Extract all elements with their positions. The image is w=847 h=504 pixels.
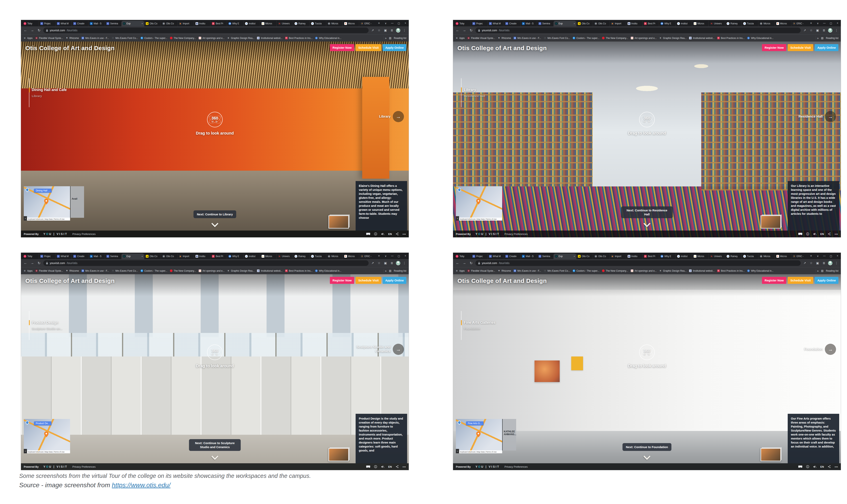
browser-tab[interactable]: ◈ Otis Co bbox=[144, 21, 161, 26]
minimap[interactable]: Fine Arts G... KATHLEE AHMANS... ‹ Keybo… bbox=[456, 419, 502, 453]
browser-tab[interactable]: ☀ ERIC - bbox=[359, 21, 375, 26]
map-footer-links[interactable]: Keyboard shortcuts | Map Data | Terms of… bbox=[459, 450, 502, 453]
reload-icon[interactable]: ↻ bbox=[469, 261, 474, 265]
maximize-button[interactable]: ▢ bbox=[395, 254, 402, 257]
share-icon[interactable]: ↗ bbox=[802, 29, 807, 32]
browser-tab[interactable]: ◈ Otis Co bbox=[576, 253, 593, 259]
share-nodes-icon[interactable] bbox=[828, 465, 831, 468]
bookmark-item[interactable]: The New Company... bbox=[170, 37, 196, 39]
schedule-visit-button[interactable]: Schedule Visit bbox=[788, 44, 813, 51]
browser-tab[interactable]: ⊕ Micros bbox=[758, 21, 775, 26]
back-icon[interactable]: ← bbox=[23, 28, 28, 32]
browser-tab[interactable]: o Mail - S bbox=[88, 21, 105, 26]
scene-thumbnail[interactable] bbox=[761, 448, 781, 461]
back-icon[interactable]: ← bbox=[455, 261, 460, 265]
bookmark-item[interactable]: C Coolors - The super... bbox=[141, 37, 167, 39]
browser-tab[interactable]: G Tuccia bbox=[742, 21, 758, 26]
browser-tab[interactable]: G institut bbox=[675, 21, 692, 26]
browser-tab[interactable]: t Toby bbox=[22, 253, 39, 259]
browser-tab[interactable]: ≡ Projec bbox=[39, 21, 55, 26]
reload-icon[interactable]: ↻ bbox=[37, 28, 41, 33]
browser-tab[interactable]: t Toby bbox=[454, 253, 471, 259]
browser-tab[interactable]: N Univers bbox=[708, 253, 725, 259]
browser-tab[interactable]: ○ Exp × bbox=[121, 21, 144, 26]
mute-icon[interactable] bbox=[381, 465, 384, 468]
browser-tab[interactable]: E Best Pr bbox=[642, 253, 659, 259]
browser-tab[interactable]: ≡ Semina bbox=[537, 253, 553, 259]
browser-tab[interactable]: ▲ Micros bbox=[692, 253, 709, 259]
bookmark-item[interactable]: ⊕ Graphic Design Rea... bbox=[227, 37, 254, 39]
browser-tab[interactable]: G Rainey bbox=[293, 21, 310, 26]
register-now-button[interactable]: Register Now bbox=[762, 277, 786, 284]
register-now-button[interactable]: Register Now bbox=[330, 44, 354, 51]
schedule-visit-button[interactable]: Schedule Visit bbox=[356, 277, 381, 284]
minimize-button[interactable]: — bbox=[821, 254, 828, 257]
address-bar[interactable]: youvisit.com /tour/otis bbox=[475, 28, 801, 33]
minimize-button[interactable]: — bbox=[821, 22, 828, 24]
extension-icon[interactable]: ≣ bbox=[390, 29, 394, 32]
browser-tab[interactable]: ▦ Institu bbox=[194, 21, 210, 26]
browser-tab[interactable]: o Mail - S bbox=[520, 253, 537, 259]
bookmark-item[interactable]: ⊕ Graphic Design Rea... bbox=[659, 269, 686, 272]
browser-tab[interactable]: N Univers bbox=[276, 21, 293, 26]
bookmark-item[interactable]: ◎ Flexible Visual Syste... bbox=[35, 269, 63, 272]
bookmark-item[interactable]: R Rhizome bbox=[498, 37, 511, 39]
next-tooltip[interactable]: Next: Continue to Residence Hall bbox=[621, 206, 673, 218]
bookmark-item[interactable]: ◎ Flexible Visual Syste... bbox=[467, 269, 495, 272]
extension-icon[interactable]: ▣ bbox=[815, 29, 820, 32]
next-tooltip[interactable]: Next: Continue to Sculpture Studio and C… bbox=[189, 439, 241, 451]
browser-tab[interactable]: o Mail - S bbox=[520, 21, 537, 26]
address-bar[interactable]: youvisit.com /tour/otis bbox=[475, 260, 801, 266]
tab-close-icon[interactable]: × bbox=[574, 255, 575, 257]
browser-tab[interactable]: E Best Pr bbox=[210, 21, 227, 26]
vr-goggles-icon[interactable] bbox=[366, 233, 370, 235]
browser-tab[interactable]: t Toby bbox=[454, 21, 471, 26]
mute-icon[interactable] bbox=[813, 465, 816, 468]
bookmark-item[interactable]: ⊕ Graphic Design Rea... bbox=[659, 37, 686, 39]
browser-tab[interactable]: ⊕ Otis Co bbox=[593, 21, 610, 26]
bookmark-item[interactable]: ▤ Mrs Eaves in use - F... bbox=[82, 37, 109, 39]
close-button[interactable]: × bbox=[402, 254, 409, 257]
browser-tab[interactable]: ≡ Semina bbox=[537, 21, 553, 26]
browser-tab[interactable]: G Tuccia bbox=[310, 21, 326, 26]
browser-tab[interactable]: ▦ Institu bbox=[626, 253, 642, 259]
bookmark-item[interactable]: ◎ Why Educational in... bbox=[747, 269, 774, 272]
browser-tab[interactable]: o Mail - S bbox=[88, 253, 105, 259]
info-icon[interactable] bbox=[806, 232, 809, 236]
bookmark-item[interactable]: ▦ Apps bbox=[456, 269, 465, 272]
profile-avatar[interactable] bbox=[828, 261, 832, 265]
map-collapse-icon[interactable]: ‹ bbox=[24, 216, 27, 220]
mute-icon[interactable] bbox=[813, 232, 816, 236]
privacy-preferences-link[interactable]: Privacy Preferences bbox=[72, 465, 95, 468]
extension-icon[interactable]: ≣ bbox=[822, 261, 826, 265]
browser-tab[interactable]: E Best Pr bbox=[210, 253, 227, 259]
bookmark-item[interactable]: ▤ Mrs Eaves in use - F... bbox=[514, 269, 541, 272]
info-icon[interactable] bbox=[374, 465, 377, 468]
browser-tab[interactable]: ‖ Micros bbox=[775, 21, 791, 26]
minimize-button[interactable]: — bbox=[389, 22, 395, 24]
vr-goggles-icon[interactable] bbox=[366, 466, 370, 468]
bookmark-item[interactable]: C Coolors - The super... bbox=[573, 37, 599, 39]
register-now-button[interactable]: Register Now bbox=[330, 277, 354, 284]
apply-online-button[interactable]: Apply Online bbox=[815, 277, 839, 284]
browser-tab[interactable]: ⊕ Otis Co bbox=[161, 21, 177, 26]
browser-tab[interactable]: ◈ Otis Co bbox=[144, 253, 161, 259]
browser-tab[interactable]: ▲ Micros bbox=[260, 253, 277, 259]
bookmark-item[interactable]: ▤ Mrs Eaves in use - F... bbox=[82, 269, 109, 272]
browser-tab[interactable]: ○ Exp × bbox=[553, 21, 577, 26]
apply-online-button[interactable]: Apply Online bbox=[383, 44, 406, 51]
bookmarks-overflow-icon[interactable]: » bbox=[817, 269, 819, 272]
bookmark-item[interactable]: Art openings and e... bbox=[631, 37, 657, 39]
source-link[interactable]: https://www.otis.edu/ bbox=[112, 482, 170, 489]
browser-tab[interactable]: G institut bbox=[675, 253, 692, 259]
bookmark-star-icon[interactable]: ☆ bbox=[377, 29, 381, 32]
browser-tab[interactable]: G Rainey bbox=[293, 253, 310, 259]
forward-icon[interactable]: → bbox=[462, 28, 467, 32]
next-tooltip[interactable]: Next: Continue to Library bbox=[193, 210, 236, 218]
bookmark-item[interactable]: Art openings and e... bbox=[199, 37, 225, 39]
tab-close-icon[interactable]: × bbox=[142, 22, 143, 25]
bookmark-item[interactable]: C Coolors - The super... bbox=[141, 269, 167, 272]
browser-tab[interactable]: ☀ ERIC - bbox=[791, 21, 808, 26]
extension-icon[interactable]: ≣ bbox=[822, 29, 826, 32]
register-now-button[interactable]: Register Now bbox=[762, 44, 786, 51]
